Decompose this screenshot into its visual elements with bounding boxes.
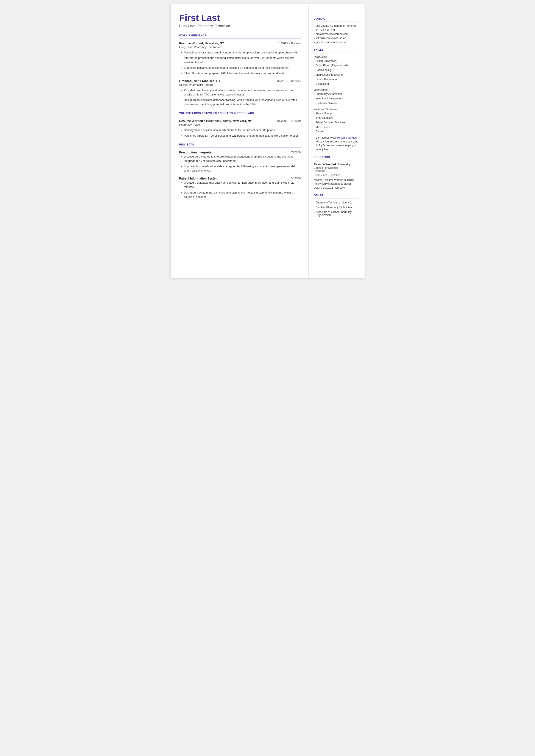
job-dates-1: 01/2015 – Present: [278, 42, 300, 45]
other-item-0: Pharmacy Technician License.: [314, 201, 359, 205]
bullet: Bandaged and applied local medications t…: [184, 128, 301, 132]
resume-worded-link[interactable]: Resume Worded: [337, 136, 356, 139]
techniques-list: Pharmacy Automation Inventory Management…: [314, 93, 359, 106]
project-bullets-1: Discovered a method to interpret written…: [184, 154, 301, 173]
project-bullets-2: Created a database that easily verifies …: [184, 181, 301, 199]
job-company-2: Growthsi, San Francisco, CA: [179, 79, 221, 83]
job-bullets-2: Provided drug therapy and infection stat…: [184, 88, 301, 107]
skill-meditech: MEDITECH: [314, 126, 359, 129]
project-block-1: Prescription Interpreter 05/2009 Discove…: [179, 151, 301, 173]
volunteer-header-1: Resume Worded's Business Society, New Yo…: [179, 119, 301, 123]
bullet: Discovered a method to interpret written…: [184, 154, 301, 163]
project-block-2: Patient Information System 04/2009 Creat…: [179, 177, 301, 199]
bullet: Published labels for 700 pillboxes and 2…: [184, 134, 301, 138]
skill-dispensing: Dispensing: [314, 82, 359, 86]
skill-tablet-counting: Tablet Counting Machine: [314, 121, 359, 125]
hard-skills-list: Billing (Advanced) Order Filling (Experi…: [314, 60, 359, 86]
contact-item-phone: +1-234-456-789: [314, 28, 359, 32]
projects-section-title: PROJECTS: [179, 143, 301, 146]
skills-section-title: SKILLS: [314, 48, 359, 51]
skill-cerner: Cerner: [314, 130, 359, 134]
job-title-1: Entry Level Pharmacy Technician: [179, 45, 301, 49]
resume-tip: Don't forget to use Resume Worded to sca…: [314, 136, 359, 151]
project-title-1: Prescription Interpreter: [179, 151, 213, 154]
other-item-2: Associate of Global Pharmacy Organizatio…: [314, 210, 359, 216]
education-section-title: EDUCATION: [314, 155, 359, 159]
volunteering-divider: [179, 116, 301, 116]
tools-list: Plastic Scoop smartSpatula® Tablet Count…: [314, 112, 359, 134]
bullet: Designed an electronic database tracking…: [184, 98, 301, 106]
right-column: CONTACT Las Vegas, NV (Open to Remote) +…: [309, 4, 365, 278]
edu-school: Resume Worded University: [314, 163, 359, 166]
volunteer-title-1: Pharmacy Helper: [179, 123, 301, 126]
contact-item-github[interactable]: github.com/resumeworded: [314, 41, 359, 44]
contact-section-title: CONTACT: [314, 17, 359, 20]
edu-awards: Awards: Resume Worded Teaching Fellow (o…: [314, 178, 359, 190]
projects-divider: [179, 147, 301, 148]
job-block-1: Resume Worded, New York, NY 01/2015 – Pr…: [179, 42, 301, 75]
project-header-1: Prescription Interpreter 05/2009: [179, 151, 301, 154]
hard-skills-label: Hard Skills:: [314, 55, 359, 58]
edu-location-date: Boston, MA — 05/2010: [314, 174, 359, 177]
skill-billing: Billing (Advanced): [314, 60, 359, 63]
volunteering-section-title: VOLUNTEERING ACTIVITIES AND EXTRACURRICU…: [179, 112, 301, 115]
bullet: Filed 5K orders and prepared l900 labels…: [184, 71, 301, 75]
job-block-2: Growthsi, San Francisco, CA 06/2010 – 12…: [179, 79, 301, 107]
other-item-1: Certified Pharmacy Technician..: [314, 206, 359, 210]
education-divider: [314, 160, 359, 160]
job-title-2: Clinical Pharmacist (Intern): [179, 83, 301, 86]
work-experience-section-title: WORK EXPERIENCE: [179, 34, 301, 37]
other-list: Pharmacy Technician License. Certified P…: [314, 201, 359, 216]
candidate-name: First Last: [179, 13, 301, 23]
volunteer-block-1: Resume Worded's Business Society, New Yo…: [179, 119, 301, 138]
edu-field: Pharmacy: [314, 169, 359, 172]
tools-label: Tools and Software:: [314, 108, 359, 111]
bullet: Maintained an accurate drug inventory an…: [184, 50, 301, 55]
bullet: Created a database that easily verifies …: [184, 181, 301, 189]
skill-smartspatula: smartSpatula®: [314, 116, 359, 120]
techniques-label: Techniques:: [314, 88, 359, 91]
skill-customer-service: Customer Service: [314, 102, 359, 106]
skill-pharmacy-automation: Pharmacy Automation: [314, 93, 359, 96]
contact-divider: [314, 21, 359, 22]
job-company-1: Resume Worded, New York, NY: [179, 42, 224, 45]
job-header-2: Growthsi, San Francisco, CA 06/2010 – 12…: [179, 79, 301, 83]
volunteer-company-1: Resume Worded's Business Society, New Yo…: [179, 119, 252, 123]
skill-inventory-management: Inventory Management: [314, 97, 359, 101]
project-date-2: 04/2009: [291, 177, 301, 180]
contact-list: Las Vegas, NV (Open to Remote) +1-234-45…: [314, 24, 359, 44]
volunteer-dates-1: 06/2009 – 04/2010: [277, 119, 300, 123]
other-section-title: OTHER: [314, 194, 359, 197]
edu-degree: Bachelor of Science: [314, 166, 359, 169]
volunteer-bullets-1: Bandaged and applied local medications t…: [184, 128, 301, 138]
skill-labels-preparation: Labels Preparation: [314, 78, 359, 82]
skill-bookkeeping: Bookkeeping: [314, 69, 359, 72]
job-header-1: Resume Worded, New York, NY 01/2015 – Pr…: [179, 42, 301, 45]
contact-item-location: Las Vegas, NV (Open to Remote): [314, 24, 359, 28]
bullet: Interpreted prescriptions and medication…: [184, 56, 301, 65]
contact-item-email[interactable]: email@resumeworded.com: [314, 33, 359, 36]
contact-item-linkedin[interactable]: linkedin.com/in/username: [314, 37, 359, 40]
project-header-2: Patient Information System 04/2009: [179, 177, 301, 180]
bullet: Provided drug therapy and infection stat…: [184, 88, 301, 97]
bullet: Improved how medication vials are tagged…: [184, 164, 301, 173]
project-title-2: Patient Information System: [179, 177, 218, 180]
resume-page: First Last Entry Level Pharmacy Technici…: [171, 4, 365, 278]
work-experience-divider: [179, 38, 301, 39]
skill-order-filling: Order Filling (Experienced): [314, 64, 359, 68]
project-date-1: 05/2009: [291, 151, 301, 154]
other-divider: [314, 198, 359, 199]
skill-plastic-scoop: Plastic Scoop: [314, 112, 359, 116]
bullet: Designed a system that can store and dis…: [184, 190, 301, 199]
skill-medication-processing: Medication Processing: [314, 73, 359, 77]
left-column: First Last Entry Level Pharmacy Technici…: [171, 4, 309, 278]
job-dates-2: 06/2010 – 12/2014: [277, 79, 300, 83]
candidate-subtitle: Entry Level Pharmacy Technician: [179, 24, 301, 28]
job-bullets-1: Maintained an accurate drug inventory an…: [184, 50, 301, 75]
bullet: Examined logs/charts of clients and assi…: [184, 66, 301, 70]
